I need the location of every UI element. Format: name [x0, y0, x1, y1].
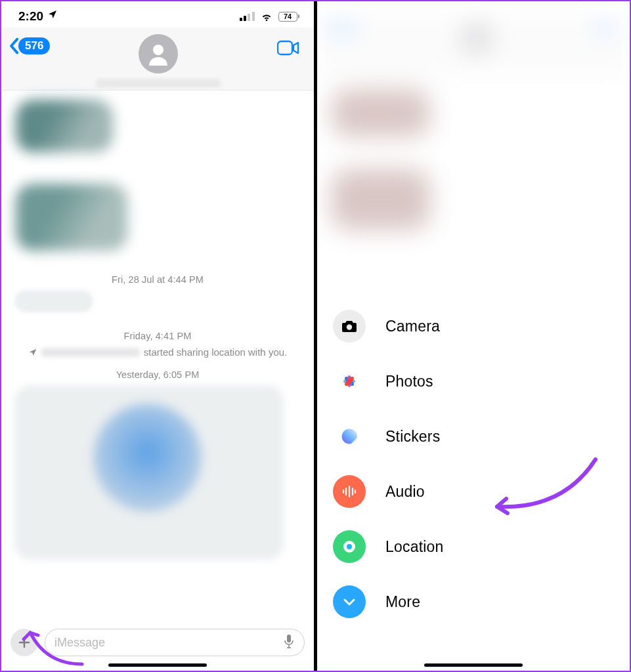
menu-item-label: Photos [385, 373, 433, 390]
menu-item-label: More [385, 593, 420, 611]
message-placeholder: iMessage [54, 636, 105, 650]
message-text-field[interactable]: iMessage [45, 629, 305, 656]
cellular-signal-icon [240, 12, 255, 21]
message-composer: iMessage [1, 629, 314, 656]
timestamp: Friday, 4:41 PM [12, 331, 303, 341]
menu-item-more[interactable]: More [333, 585, 444, 618]
svg-point-0 [153, 45, 163, 55]
menu-item-label: Location [385, 538, 444, 556]
message-bubble-redacted [16, 100, 113, 152]
system-message: started sharing location with you. [12, 346, 303, 358]
camera-icon [333, 310, 366, 343]
svg-rect-2 [287, 635, 291, 642]
timestamp: Fri, 28 Jul at 4:44 PM [12, 274, 303, 285]
message-bubble-redacted [16, 184, 127, 251]
status-time: 2:20 [18, 9, 43, 24]
message-card-redacted [14, 385, 284, 560]
unread-count-badge: 576 [18, 37, 50, 54]
stickers-icon [333, 420, 366, 453]
screenshot-conversation: 2:20 74 576 [1, 1, 314, 671]
menu-item-audio[interactable]: Audio [333, 475, 444, 508]
contact-header[interactable] [96, 34, 221, 88]
menu-item-label: Camera [385, 318, 440, 335]
annotation-arrow [484, 454, 602, 526]
audio-icon [333, 475, 366, 508]
home-indicator[interactable] [424, 663, 523, 667]
facetime-button[interactable] [277, 39, 299, 59]
attachment-menu: Camera [333, 310, 444, 618]
message-bubble-redacted [14, 290, 93, 312]
contact-name-redacted [96, 79, 221, 88]
menu-item-label: Stickers [385, 428, 440, 446]
svg-rect-1 [278, 41, 292, 54]
redacted-name [41, 348, 140, 357]
wifi-icon [260, 10, 273, 23]
svg-point-18 [347, 544, 352, 549]
photos-icon [333, 365, 366, 398]
menu-item-stickers[interactable]: Stickers [333, 420, 444, 453]
screenshot-attachment-menu: Camera [317, 1, 630, 671]
menu-item-label: Audio [385, 483, 425, 501]
nav-bar: 576 [1, 28, 314, 91]
battery-indicator: 74 [278, 12, 300, 22]
location-icon [333, 530, 366, 563]
contact-avatar[interactable] [139, 34, 178, 74]
chevron-down-icon [333, 585, 366, 618]
menu-item-photos[interactable]: Photos [333, 365, 444, 398]
timestamp: Yesterday, 6:05 PM [12, 369, 303, 380]
home-indicator[interactable] [108, 663, 207, 667]
svg-point-3 [347, 324, 352, 329]
location-services-icon [47, 9, 58, 23]
attachments-plus-button[interactable] [11, 629, 38, 656]
conversation-scroll[interactable]: Fri, 28 Jul at 4:44 PM Friday, 4:41 PM s… [1, 91, 314, 560]
menu-item-camera[interactable]: Camera [333, 310, 444, 343]
menu-item-location[interactable]: Location [333, 530, 444, 563]
back-button[interactable]: 576 [8, 37, 50, 54]
status-bar: 2:20 74 [1, 1, 314, 28]
dictation-icon[interactable] [283, 634, 295, 651]
